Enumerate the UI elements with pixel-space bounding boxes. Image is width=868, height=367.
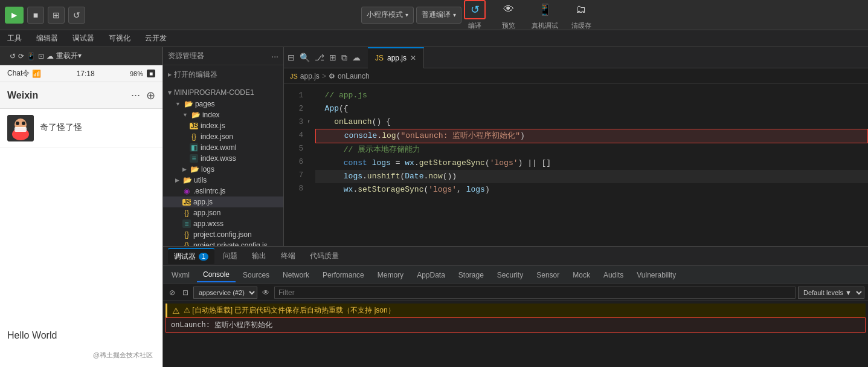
file-item-project-private-config-js---[interactable]: {}project.private.config.js... <box>163 240 283 246</box>
wxss-icon: ≡ <box>182 219 191 228</box>
project-header[interactable]: ▶ MINIPROGRAM-CODE1 <box>163 86 283 99</box>
folder-icon: 📂 <box>184 100 193 108</box>
breadcrumb: JS app.js > ⚙ onLaunch <box>284 68 868 84</box>
list-item[interactable]: 奇了怪了怪 <box>0 109 162 148</box>
tab-close-icon[interactable]: ✕ <box>410 54 416 62</box>
clear-console-icon[interactable]: ⊘ <box>167 287 178 298</box>
second-toolbar: ↺ ⟳ 📱 ⊡ ☁ 重载开▾ <box>0 47 162 65</box>
devtools-tab-sensor[interactable]: Sensor <box>530 268 565 282</box>
menu-cloud[interactable]: 云开发 <box>143 32 169 45</box>
new-file-icon[interactable]: ··· <box>271 51 278 61</box>
code-content[interactable]: // app.js App({▼ onLaunch() { console.lo… <box>308 84 868 246</box>
preview-group: 👁 预览 <box>498 0 519 30</box>
tab-terminal[interactable]: 终端 <box>275 248 301 264</box>
console-filter-input[interactable] <box>274 287 796 299</box>
file-item-index-wxss[interactable]: ≡index.wxss <box>163 153 283 164</box>
line-numbers: 12345678 <box>284 84 308 246</box>
devtools-tab-memory[interactable]: Memory <box>371 268 410 282</box>
split-icon[interactable]: ⊟ <box>286 51 296 63</box>
devtools-tabs: WxmlConsoleSourcesNetworkPerformanceMemo… <box>163 266 868 284</box>
open-editors-header[interactable]: ▶ 打开的编辑器 <box>163 68 283 82</box>
svg-rect-5 <box>14 127 27 132</box>
devtools-tab-network[interactable]: Network <box>277 268 315 282</box>
menu-debugger[interactable]: 调试器 <box>70 32 97 45</box>
file-item-index-json[interactable]: {}index.json <box>163 131 283 142</box>
tab-output[interactable]: 输出 <box>246 248 272 264</box>
top-toolbar: ▶ ■ ⊞ ↺ 小程序模式 ▾ 普通编译 ▾ ↺ 编译 👁 预览 📱 真机调试 <box>0 0 868 30</box>
stop-button[interactable]: ■ <box>27 7 44 24</box>
devtools-tab-vulnerability[interactable]: Vulnerability <box>631 268 682 282</box>
menu-visual[interactable]: 可视化 <box>106 32 133 45</box>
file-item-app-json[interactable]: {}app.json <box>163 207 283 218</box>
file-item--eslintrc-js[interactable]: ◉.eslintrc.js <box>163 186 283 196</box>
file-item-index-js[interactable]: JSindex.js <box>163 120 283 131</box>
file-item-app-js[interactable]: JSapp.js <box>163 196 283 207</box>
project-section: ▶ MINIPROGRAM-CODE1 ▼📂pages▼📂indexJSinde… <box>163 84 283 246</box>
watermark: @稀土掘金技术社区 <box>0 348 158 362</box>
devtools-tab-sources[interactable]: Sources <box>237 268 275 282</box>
service-select[interactable]: appservice (#2) <box>193 287 257 299</box>
refresh-button[interactable]: ↺ <box>68 7 85 24</box>
run-button[interactable]: ▶ <box>5 7 24 24</box>
reload-btn[interactable]: ↺ ⟳ 📱 ⊡ ☁ 重载开▾ <box>5 50 86 62</box>
menu-tools[interactable]: 工具 <box>5 32 24 45</box>
file-item-logs[interactable]: ▶📂logs <box>163 164 283 175</box>
js-icon: JS <box>182 199 191 206</box>
real-device-btn[interactable]: 📱 <box>534 0 556 19</box>
file-item-utils[interactable]: ▶📂utils <box>163 175 283 186</box>
chat-info: 奇了怪了怪 <box>40 122 155 134</box>
clear-cache-group: 🗂 清缓存 <box>570 0 592 30</box>
toolbar-left: ▶ ■ ⊞ ↺ <box>5 7 85 24</box>
clear-cache-btn[interactable]: 🗂 <box>570 0 592 19</box>
add-icon[interactable]: ⊕ <box>146 89 155 102</box>
copy-icon[interactable]: ⧉ <box>340 51 349 64</box>
js-file-icon: JS <box>375 54 384 62</box>
devtools-tab-security[interactable]: Security <box>491 268 529 282</box>
file-item-app-wxss[interactable]: ≡app.wxss <box>163 218 283 229</box>
search-tab-icon[interactable]: 🔍 <box>298 51 311 63</box>
file-item-index-wxml[interactable]: ◧index.wxml <box>163 142 283 153</box>
menu-editor[interactable]: 编辑器 <box>34 32 60 45</box>
devtools-tab-console[interactable]: Console <box>197 268 236 282</box>
preview-btn[interactable]: 👁 <box>498 0 519 19</box>
tab-code-quality[interactable]: 代码质量 <box>304 248 345 264</box>
tab-debugger[interactable]: 调试器 1 <box>168 248 214 264</box>
layout-button[interactable]: ⊞ <box>48 7 65 24</box>
more-icon[interactable]: ··· <box>131 89 140 102</box>
devtools-tab-wxml[interactable]: Wxml <box>166 268 196 282</box>
collapse-btn[interactable]: ▼ <box>308 119 312 126</box>
tab-issues[interactable]: 问题 <box>217 248 243 264</box>
file-panel: 资源管理器 ··· ▶ 打开的编辑器 ▶ MINIPROGRA <box>163 47 284 246</box>
console-content: ⚠ ⚠ [自动热重载] 已开启代码文件保存后自动热重载（不支持 json） on… <box>163 301 868 367</box>
file-item-project-config-json[interactable]: {}project.config.json <box>163 229 283 240</box>
block-icon[interactable]: ⊡ <box>180 287 191 298</box>
code-line-1: // app.js <box>315 89 868 102</box>
real-device-group: 📱 真机调试 <box>532 0 558 30</box>
tab-app-js[interactable]: JS app.js ✕ <box>368 47 424 68</box>
devtools-tab-appdata[interactable]: AppData <box>411 268 451 282</box>
code-line-2: App({ <box>315 102 868 115</box>
phone-status-right: 98% ■ <box>130 70 155 77</box>
mode-select[interactable]: 小程序模式 ▾ <box>361 7 414 24</box>
js-icon: JS <box>190 123 198 129</box>
file-item-pages[interactable]: ▼📂pages <box>163 99 283 109</box>
file-item-index[interactable]: ▼📂index <box>163 109 283 120</box>
file-tree: ▼📂pages▼📂indexJSindex.js{}index.json◧ind… <box>163 99 283 246</box>
phone-title-bar: Weixin ··· ⊕ <box>0 82 162 109</box>
compile-group: ↺ 编译 <box>464 0 486 30</box>
devtools-tab-mock[interactable]: Mock <box>567 268 596 282</box>
editor-area: ⊟ 🔍 ⎇ ⊞ ⧉ ☁ JS app.js ✕ JS <box>284 47 868 246</box>
compile-btn[interactable]: ↺ <box>464 0 486 19</box>
devtools-tab-storage[interactable]: Storage <box>452 268 490 282</box>
svg-point-3 <box>16 122 19 125</box>
devtools-tab-audits[interactable]: Audits <box>597 268 629 282</box>
compile-select[interactable]: 普通编译 ▾ <box>416 7 461 24</box>
folder-icon: 📂 <box>191 111 200 119</box>
cloud-icon[interactable]: ☁ <box>351 51 362 63</box>
diff-icon[interactable]: ⊞ <box>328 51 338 63</box>
level-select[interactable]: Default levels ▼ <box>798 287 864 299</box>
branch-icon[interactable]: ⎇ <box>313 51 326 63</box>
devtools-tab-performance[interactable]: Performance <box>317 268 370 282</box>
warn-icon: ⚠ <box>172 306 180 316</box>
eye-console-icon[interactable]: 👁 <box>260 287 272 298</box>
